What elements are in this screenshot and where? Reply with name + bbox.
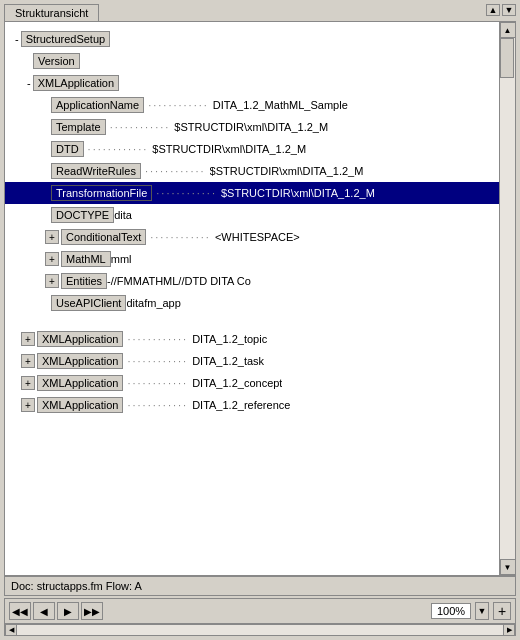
tree-row[interactable]: Version: [5, 50, 499, 72]
tree-row[interactable]: +XMLApplication············DITA_1.2_task: [5, 350, 499, 372]
dots: ············: [148, 99, 209, 111]
node-label[interactable]: StructuredSetup: [21, 31, 111, 47]
zoom-dropdown-btn[interactable]: ▼: [475, 602, 489, 620]
tree-row[interactable]: +XMLApplication············DITA_1.2_topi…: [5, 328, 499, 350]
collapse-buttons: ▲ ▼: [486, 4, 516, 16]
tree-row[interactable]: ApplicationName············DITA_1.2_Math…: [5, 94, 499, 116]
node-value: -//FMMATHML//DTD DITA Co: [107, 275, 251, 287]
node-label[interactable]: XMLApplication: [37, 353, 123, 369]
node-label[interactable]: DTD: [51, 141, 84, 157]
node-label[interactable]: Entities: [61, 273, 107, 289]
node-value: <WHITESPACE>: [215, 231, 300, 243]
dots: ············: [127, 377, 188, 389]
zoom-controls: 100% ▼ +: [431, 602, 511, 620]
collapse-down-btn[interactable]: ▼: [502, 4, 516, 16]
expand-btn[interactable]: +: [21, 376, 35, 390]
horizontal-scrollbar: ◀ ▶: [4, 624, 516, 636]
tree-row[interactable]: ReadWriteRules············$STRUCTDIR\xml…: [5, 160, 499, 182]
node-label[interactable]: Version: [33, 53, 80, 69]
node-value: DITA_1.2_topic: [192, 333, 267, 345]
tree-row[interactable]: +XMLApplication············DITA_1.2_conc…: [5, 372, 499, 394]
dots: ············: [110, 121, 171, 133]
status-text: Doc: structapps.fm Flow: A: [11, 580, 142, 592]
node-label[interactable]: Template: [51, 119, 106, 135]
scroll-thumb[interactable]: [500, 38, 514, 78]
scroll-track[interactable]: [500, 38, 515, 559]
tree-row[interactable]: TransformationFile············$STRUCTDIR…: [5, 182, 499, 204]
expand-btn[interactable]: +: [45, 252, 59, 266]
tree-row[interactable]: +XMLApplication············DITA_1.2_refe…: [5, 394, 499, 416]
node-label[interactable]: XMLApplication: [37, 397, 123, 413]
dots: ············: [88, 143, 149, 155]
node-value: dita: [114, 209, 132, 221]
node-label[interactable]: DOCTYPE: [51, 207, 114, 223]
node-label[interactable]: ReadWriteRules: [51, 163, 141, 179]
tree-row[interactable]: DTD············$STRUCTDIR\xml\DITA_1.2_M: [5, 138, 499, 160]
dots: ············: [127, 333, 188, 345]
collapse-up-btn[interactable]: ▲: [486, 4, 500, 16]
tree-row[interactable]: DOCTYPEdita: [5, 204, 499, 226]
dots: ············: [127, 399, 188, 411]
expand-btn[interactable]: +: [21, 354, 35, 368]
node-value: $STRUCTDIR\xml\DITA_1.2_M: [152, 143, 306, 155]
nav-prev-btn[interactable]: ◀: [33, 602, 55, 620]
node-label[interactable]: UseAPIClient: [51, 295, 126, 311]
tree-content[interactable]: - StructuredSetupVersion- XMLApplication…: [5, 22, 499, 575]
dots: ············: [150, 231, 211, 243]
dots: ············: [156, 187, 217, 199]
tree-row[interactable]: - StructuredSetup: [5, 28, 499, 50]
tree-row[interactable]: UseAPIClientditafm_app: [5, 292, 499, 314]
nav-next-btn[interactable]: ▶: [57, 602, 79, 620]
node-value: DITA_1.2_reference: [192, 399, 290, 411]
dots: ············: [127, 355, 188, 367]
status-bar: Doc: structapps.fm Flow: A: [4, 576, 516, 596]
expand-btn[interactable]: +: [45, 230, 59, 244]
node-label[interactable]: XMLApplication: [37, 375, 123, 391]
node-label[interactable]: XMLApplication: [37, 331, 123, 347]
node-value: DITA_1.2_task: [192, 355, 264, 367]
nav-buttons: ◀◀ ◀ ▶ ▶▶: [9, 602, 103, 620]
main-area: - StructuredSetupVersion- XMLApplication…: [4, 21, 516, 576]
window: Strukturansicht ▲ ▼ - StructuredSetupVer…: [0, 0, 520, 640]
h-scroll-right-btn[interactable]: ▶: [503, 624, 515, 636]
expand-btn[interactable]: +: [21, 332, 35, 346]
h-scroll-left-btn[interactable]: ◀: [5, 624, 17, 636]
expand-btn[interactable]: +: [21, 398, 35, 412]
nav-first-btn[interactable]: ◀◀: [9, 602, 31, 620]
node-value: $STRUCTDIR\xml\DITA_1.2_M: [210, 165, 364, 177]
zoom-level: 100%: [431, 603, 471, 619]
collapse-prefix: -: [27, 77, 31, 89]
tree-row[interactable]: Template············$STRUCTDIR\xml\DITA_…: [5, 116, 499, 138]
node-value: ditafm_app: [126, 297, 180, 309]
node-label[interactable]: MathML: [61, 251, 111, 267]
node-value: $STRUCTDIR\xml\DITA_1.2_M: [221, 187, 375, 199]
node-label[interactable]: ConditionalText: [61, 229, 146, 245]
zoom-plus-btn[interactable]: +: [493, 602, 511, 620]
scroll-up-btn[interactable]: ▲: [500, 22, 516, 38]
nav-bar: ◀◀ ◀ ▶ ▶▶ 100% ▼ +: [4, 598, 516, 624]
vertical-scrollbar: ▲ ▼: [499, 22, 515, 575]
node-label[interactable]: XMLApplication: [33, 75, 119, 91]
node-value: DITA_1.2_MathML_Sample: [213, 99, 348, 111]
node-label[interactable]: ApplicationName: [51, 97, 144, 113]
node-value: $STRUCTDIR\xml\DITA_1.2_M: [174, 121, 328, 133]
tree-row[interactable]: - XMLApplication: [5, 72, 499, 94]
strukturansicht-tab[interactable]: Strukturansicht: [4, 4, 99, 21]
tree-row[interactable]: +MathMLmml: [5, 248, 499, 270]
expand-btn[interactable]: +: [45, 274, 59, 288]
collapse-prefix: -: [15, 33, 19, 45]
scroll-down-btn[interactable]: ▼: [500, 559, 516, 575]
node-value: mml: [111, 253, 132, 265]
node-value: DITA_1.2_concept: [192, 377, 282, 389]
tree-row[interactable]: +ConditionalText············<WHITESPACE>: [5, 226, 499, 248]
node-label[interactable]: TransformationFile: [51, 185, 152, 201]
tab-bar: Strukturansicht ▲ ▼: [0, 0, 520, 21]
dots: ············: [145, 165, 206, 177]
nav-last-btn[interactable]: ▶▶: [81, 602, 103, 620]
h-scroll-track[interactable]: [17, 625, 503, 635]
tree-row[interactable]: +Entities-//FMMATHML//DTD DITA Co: [5, 270, 499, 292]
